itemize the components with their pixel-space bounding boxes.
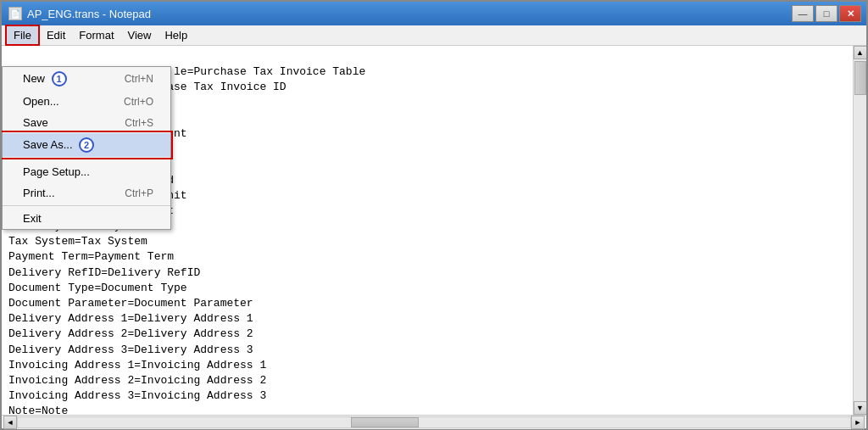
menu-open-shortcut: Ctrl+O: [124, 96, 153, 108]
menu-open-label: Open...: [23, 95, 59, 108]
menu-pagesetup-label: Page Setup...: [23, 165, 90, 178]
menu-separator-2: [3, 205, 170, 206]
maximize-button[interactable]: □: [815, 5, 837, 22]
annotation-1: 1: [52, 71, 67, 87]
menu-open[interactable]: Open... Ctrl+O: [3, 91, 170, 112]
scroll-track-v[interactable]: [854, 59, 867, 401]
vertical-scrollbar: ▲ ▼: [853, 46, 866, 415]
menu-exit[interactable]: Exit: [3, 208, 170, 229]
scroll-thumb-v[interactable]: [854, 61, 866, 95]
menu-item-edit[interactable]: Edit: [40, 26, 72, 44]
file-dropdown-menu: New 1 Ctrl+N Open... Ctrl+O Save Ctrl+S …: [2, 66, 171, 230]
annotation-2: 2: [79, 137, 94, 153]
menu-save-label: Save: [23, 116, 48, 129]
scroll-left-button[interactable]: ◄: [3, 416, 17, 429]
menu-item-view[interactable]: View: [121, 26, 159, 44]
menu-save-shortcut: Ctrl+S: [125, 117, 153, 129]
menu-exit-label: Exit: [23, 212, 42, 225]
menu-new-shortcut: Ctrl+N: [125, 73, 153, 85]
menu-print[interactable]: Print... Ctrl+P: [3, 182, 170, 204]
menu-separator-1: [3, 159, 170, 159]
menu-print-label: Print...: [23, 187, 55, 199]
bottom-bar: ◄ ►: [2, 415, 866, 428]
menu-item-help[interactable]: Help: [158, 26, 194, 44]
menu-save[interactable]: Save Ctrl+S: [3, 112, 170, 133]
scroll-up-button[interactable]: ▲: [854, 46, 867, 59]
title-bar: 📄 AP_ENG.trans - Notepad — □ ✕: [2, 2, 866, 25]
window-title: AP_ENG.trans - Notepad: [27, 8, 151, 20]
main-window: 📄 AP_ENG.trans - Notepad — □ ✕ File Edit…: [0, 0, 868, 430]
menu-new-label: New 1: [23, 71, 67, 87]
title-buttons: — □ ✕: [792, 5, 861, 22]
horizontal-scrollbar: ◄ ►: [3, 416, 865, 429]
close-button[interactable]: ✕: [839, 5, 861, 22]
window-icon: 📄: [8, 7, 22, 20]
scroll-track-h[interactable]: [17, 416, 851, 428]
menu-item-file[interactable]: File: [5, 25, 40, 46]
menu-saveas[interactable]: Save As... 2: [3, 133, 170, 157]
menu-print-shortcut: Ctrl+P: [125, 187, 153, 199]
content-area: le=Purchase Tax Invoice Table Purchase T…: [2, 46, 866, 415]
menu-saveas-label: Save As... 2: [23, 137, 94, 153]
menu-pagesetup[interactable]: Page Setup...: [3, 161, 170, 182]
menu-item-format[interactable]: Format: [72, 26, 120, 44]
scroll-thumb-h[interactable]: [351, 417, 419, 427]
menu-new[interactable]: New 1 Ctrl+N: [3, 67, 170, 91]
minimize-button[interactable]: —: [792, 5, 814, 22]
scroll-right-button[interactable]: ►: [851, 416, 865, 429]
title-bar-left: 📄 AP_ENG.trans - Notepad: [8, 7, 151, 20]
scroll-down-button[interactable]: ▼: [854, 401, 867, 415]
menu-bar: File Edit Format View Help: [2, 25, 866, 46]
